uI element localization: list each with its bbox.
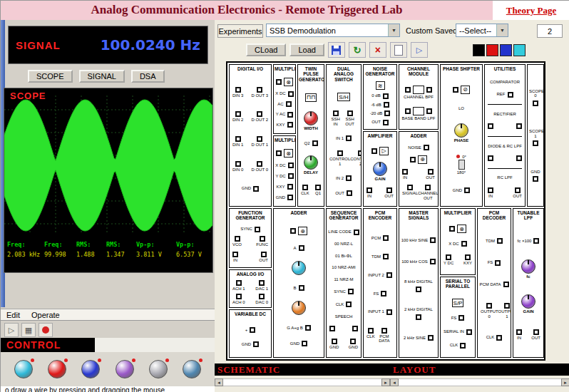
experiment-select[interactable]: SSB Demodulation ▼ [266,24,400,37]
theory-page-link[interactable]: Theory Page [506,5,556,16]
port-d-out-0[interactable] [257,161,262,167]
port-y-dc[interactable] [288,173,294,179]
port-2-khz-sine[interactable] [428,335,434,341]
port[interactable] [329,326,335,331]
delete-button[interactable]: × [369,42,386,58]
port-noise[interactable] [424,145,429,150]
port-kxy[interactable] [287,122,293,128]
phase-switch[interactable]: 0°180° [456,155,466,175]
port-x-dc[interactable] [288,163,294,168]
port-gnd[interactable] [350,339,356,344]
port-kxy[interactable] [287,184,293,190]
port[interactable] [426,108,432,114]
port-clk[interactable] [460,343,466,349]
knob[interactable] [292,301,306,315]
port-100-khz-cos[interactable] [430,259,436,264]
port-control-2[interactable] [358,150,362,156]
switch-lever[interactable] [458,160,465,170]
port-6-db[interactable] [384,102,389,108]
port-ach-1[interactable] [236,280,242,286]
port-kxy[interactable] [465,254,471,260]
scrollbar-track[interactable] [223,378,381,386]
color-swatch-1[interactable] [473,44,485,56]
knob-ball[interactable] [81,360,100,378]
port-ac[interactable] [286,101,292,107]
knob-phase[interactable] [454,123,468,138]
color-swatch-4[interactable] [513,44,526,56]
port-y-ac[interactable] [287,112,293,118]
port-d-out-1[interactable] [257,136,262,142]
knob-gain[interactable] [373,162,387,176]
port-clk[interactable] [346,301,352,307]
port-g-a-g-b[interactable] [305,325,311,331]
port-ssh-out[interactable] [347,110,353,116]
port-in-2[interactable] [346,175,352,181]
port-out[interactable] [383,120,389,125]
port-2-khz-digital[interactable] [416,314,421,320]
color-swatch-3[interactable] [500,44,512,56]
chevron-down-icon[interactable]: ▼ [496,24,508,36]
port-x[interactable] [250,327,255,333]
abort-button[interactable] [39,323,53,337]
port-in[interactable] [488,187,493,193]
layout-scrollbar[interactable]: ◄ ► [390,378,569,386]
port-0-db[interactable] [383,93,389,99]
port-pcm-data[interactable] [503,282,509,287]
port-in[interactable] [232,252,238,257]
knob-fc[interactable] [521,259,535,274]
port-q1[interactable] [315,185,321,190]
schematic-scrollbar[interactable]: ◄ ► [215,378,390,386]
port[interactable] [488,155,493,161]
port-8-khz-digital[interactable] [416,287,421,292]
port-x-dc[interactable] [461,241,467,247]
port-fs[interactable] [381,291,386,296]
port-out[interactable] [386,187,392,193]
port-gnd[interactable] [533,176,538,182]
port-channel-out[interactable] [425,185,431,190]
refresh-button[interactable]: ↻ [349,42,366,58]
port-100-khz-sine[interactable] [430,237,436,243]
port-a[interactable] [299,245,304,251]
knob[interactable] [292,261,306,275]
port-tdm[interactable] [497,238,503,244]
scroll-right-button[interactable]: ► [381,378,390,386]
knob-gain[interactable] [521,294,535,309]
schematic-tab[interactable]: SCHEMATIC [215,363,390,376]
port[interactable] [426,87,432,93]
port-vco[interactable] [235,236,240,242]
port-d-out-2[interactable] [257,111,262,117]
port-ref[interactable] [508,92,513,98]
port-in[interactable] [366,187,372,193]
color-swatch-2[interactable] [486,44,498,56]
port-gnd[interactable] [464,187,470,193]
port-sync[interactable] [348,289,354,294]
port-dac-0[interactable] [259,294,265,299]
port-in-1[interactable] [346,135,352,141]
port-fs[interactable] [495,260,501,266]
port-signal[interactable] [407,185,413,190]
port-out[interactable] [515,187,521,193]
port-ssh-in[interactable] [333,110,339,116]
count-field[interactable]: 2 [537,24,563,38]
port-q2[interactable] [312,140,318,146]
scroll-left-button[interactable]: ◄ [390,378,399,386]
port-out[interactable] [533,329,539,335]
tab-scope[interactable]: SCOPE [28,70,73,83]
scrollbar-track[interactable] [399,378,561,386]
knob-delay[interactable] [304,155,318,170]
scroll-right-button[interactable]: ► [561,378,569,386]
port-din-2[interactable] [235,111,241,117]
port-20-db[interactable] [384,110,390,116]
port-y-dc[interactable] [446,254,451,260]
port-line-code[interactable] [354,229,359,235]
control-knob-4[interactable] [116,360,134,378]
control-knob-1[interactable] [14,360,33,378]
port-tdm[interactable] [383,254,389,259]
port[interactable] [290,228,296,234]
port-func[interactable] [260,236,265,242]
port-scope-1[interactable] [533,140,538,146]
port[interactable] [410,157,416,163]
port-clk[interactable] [368,328,374,334]
port-dac-1[interactable] [259,280,265,286]
port-out[interactable] [347,190,352,196]
